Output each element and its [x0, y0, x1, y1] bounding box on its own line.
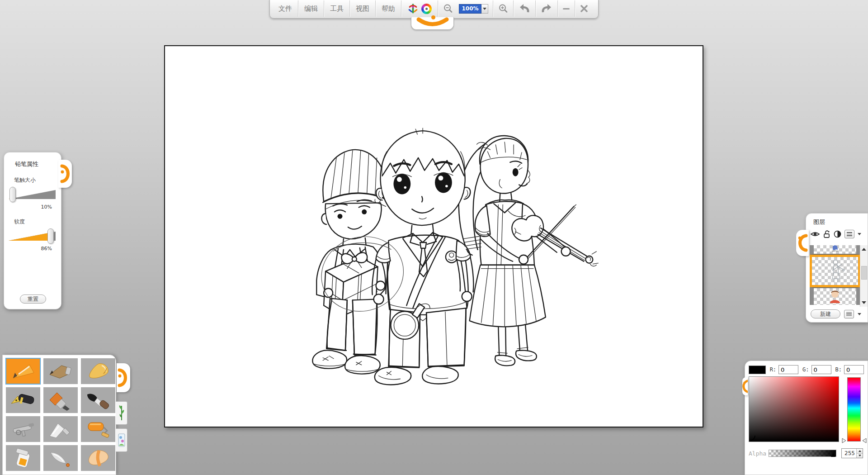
reset-button[interactable]: 重置: [20, 294, 46, 304]
tool-liner-blade[interactable]: [43, 445, 78, 471]
new-layer-button[interactable]: 新建: [811, 309, 840, 318]
layer-blend-button[interactable]: [834, 230, 841, 238]
red-label: R:: [770, 366, 776, 373]
app-background: 文件 编辑 工具 视图 帮助 100%: [0, 0, 868, 475]
menu-help[interactable]: 帮助: [376, 0, 401, 17]
layers-panel: 图层: [806, 213, 868, 323]
charcoal-pencil-icon: [46, 361, 75, 382]
half-circle-icon: [834, 230, 841, 238]
tool-flat-brush[interactable]: [43, 387, 78, 413]
zoom-out-button[interactable]: [438, 0, 458, 17]
alpha-slider[interactable]: [769, 450, 836, 457]
stamp-picture-icon: [118, 431, 125, 449]
layer-scrollbar[interactable]: [860, 245, 868, 307]
scroll-down-icon[interactable]: [862, 301, 866, 304]
layer-thumbnail-child: [814, 288, 856, 303]
layer-visibility-button[interactable]: [810, 231, 820, 238]
undo-button[interactable]: [514, 0, 536, 17]
layers-toolbar: [810, 230, 868, 238]
zoom-in-button[interactable]: [493, 0, 514, 17]
layer-list: [810, 245, 860, 307]
red-input[interactable]: [778, 365, 798, 374]
drawing-canvas[interactable]: [164, 45, 703, 428]
scroll-thumb[interactable]: [861, 266, 867, 280]
close-button[interactable]: [575, 0, 593, 17]
layer-list-menu-button[interactable]: [844, 310, 854, 318]
unlocked-padlock-icon: [823, 230, 830, 238]
tool-airbrush[interactable]: [6, 416, 40, 442]
menu-view[interactable]: 视图: [350, 0, 376, 17]
panel-handle[interactable]: [742, 377, 748, 395]
green-input[interactable]: [811, 365, 831, 374]
plant-stamps-tab[interactable]: [116, 401, 127, 425]
alpha-marker-icon[interactable]: [831, 453, 835, 457]
softness-label: 软度: [14, 218, 61, 226]
tool-eraser[interactable]: [81, 445, 115, 471]
spin-up-button[interactable]: [857, 449, 863, 453]
clown-ear-icon: [58, 160, 72, 188]
tool-paint-roller[interactable]: [81, 416, 115, 442]
fountain-pen-icon: [9, 390, 38, 411]
hue-marker-right-icon[interactable]: [862, 438, 867, 443]
airbrush-icon: [9, 419, 38, 440]
alpha-spinner[interactable]: 255: [841, 448, 863, 458]
layer-item-top[interactable]: [810, 245, 860, 255]
alpha-label: Alpha: [749, 450, 769, 457]
top-toolbar: 文件 编辑 工具 视图 帮助 100%: [269, 0, 599, 19]
tool-palette-knife[interactable]: [43, 416, 78, 442]
minimize-icon: [563, 8, 570, 10]
menu-file[interactable]: 文件: [273, 0, 298, 17]
zoom-dropdown-button[interactable]: [481, 4, 488, 14]
tool-grid: [6, 358, 113, 471]
current-color-swatch: [749, 366, 766, 374]
panel-handle[interactable]: [796, 230, 809, 256]
chevron-down-icon[interactable]: [858, 313, 861, 315]
logo-group: [401, 0, 438, 17]
paint-roller-icon: [84, 419, 113, 440]
blue-input[interactable]: [844, 365, 864, 374]
alpha-value: 255: [842, 449, 856, 458]
tool-paint-jar[interactable]: [6, 445, 40, 471]
hue-slider[interactable]: [847, 377, 861, 442]
boy-gift-figure: [312, 150, 387, 374]
layer-item-bottom[interactable]: [810, 287, 860, 305]
tool-fountain-pen[interactable]: [6, 387, 40, 413]
color-picker-panel: R: G: B: Alpha 255: [745, 361, 868, 475]
paint-jar-icon: [9, 448, 38, 469]
spin-down-button[interactable]: [857, 453, 863, 458]
slider-thumb[interactable]: [9, 187, 16, 202]
redo-button[interactable]: [536, 0, 558, 17]
layer-item-selected[interactable]: [810, 255, 860, 287]
zoom-level-field[interactable]: 100%: [459, 4, 481, 14]
chevron-down-icon[interactable]: [858, 233, 861, 235]
clown-chin-tab[interactable]: [411, 17, 454, 30]
layers-title: 图层: [813, 218, 868, 226]
pencil-icon: [9, 361, 38, 382]
menu-tools[interactable]: 工具: [324, 0, 350, 17]
layer-lock-button[interactable]: [823, 230, 830, 238]
tool-charcoal-pencil[interactable]: [43, 358, 78, 384]
saturation-value-field[interactable]: [749, 376, 839, 442]
close-icon: [580, 5, 588, 13]
minimize-button[interactable]: [558, 0, 575, 17]
hue-marker-left-icon[interactable]: [842, 438, 846, 443]
liner-blade-icon: [46, 448, 75, 469]
panel-handle[interactable]: [58, 160, 72, 188]
softness-slider[interactable]: [8, 228, 57, 244]
canvas-drawing-three-children: [165, 46, 703, 427]
magnifier-plus-icon: [498, 4, 508, 14]
spin-down-icon: [859, 455, 861, 456]
menu-edit[interactable]: 编辑: [298, 0, 324, 17]
tool-pencil[interactable]: [6, 358, 40, 384]
panel-handle[interactable]: [117, 363, 130, 392]
scroll-up-icon[interactable]: [862, 248, 866, 251]
tool-ink-brush[interactable]: [81, 387, 115, 413]
tool-crayon[interactable]: [81, 358, 115, 384]
slider-thumb[interactable]: [47, 228, 54, 244]
brush-size-slider[interactable]: [8, 187, 57, 202]
panel-title: 铅笔属性: [15, 160, 61, 168]
picture-stamps-tab[interactable]: [116, 428, 127, 452]
eye-icon: [810, 231, 820, 238]
clown-nose-icon: [431, 15, 435, 19]
layer-menu-button[interactable]: [844, 230, 854, 238]
